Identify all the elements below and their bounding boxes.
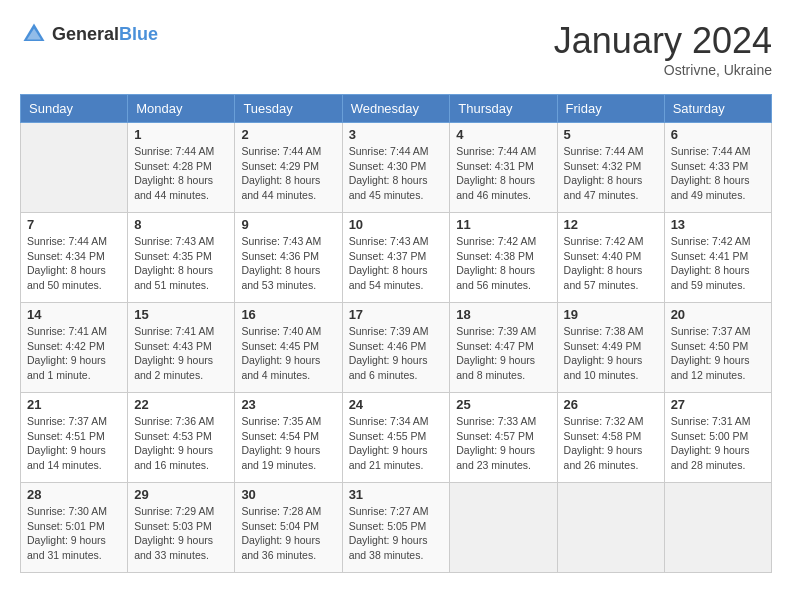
day-number: 2 — [241, 127, 335, 142]
day-info: Sunrise: 7:43 AMSunset: 4:37 PMDaylight:… — [349, 234, 444, 293]
day-info: Sunrise: 7:34 AMSunset: 4:55 PMDaylight:… — [349, 414, 444, 473]
day-number: 7 — [27, 217, 121, 232]
table-row: 14Sunrise: 7:41 AMSunset: 4:42 PMDayligh… — [21, 303, 128, 393]
day-number: 21 — [27, 397, 121, 412]
day-number: 16 — [241, 307, 335, 322]
calendar-table: Sunday Monday Tuesday Wednesday Thursday… — [20, 94, 772, 573]
header-wednesday: Wednesday — [342, 95, 450, 123]
day-info: Sunrise: 7:35 AMSunset: 4:54 PMDaylight:… — [241, 414, 335, 473]
day-info: Sunrise: 7:31 AMSunset: 5:00 PMDaylight:… — [671, 414, 765, 473]
day-info: Sunrise: 7:43 AMSunset: 4:35 PMDaylight:… — [134, 234, 228, 293]
day-number: 24 — [349, 397, 444, 412]
day-info: Sunrise: 7:39 AMSunset: 4:46 PMDaylight:… — [349, 324, 444, 383]
header-friday: Friday — [557, 95, 664, 123]
table-row: 5Sunrise: 7:44 AMSunset: 4:32 PMDaylight… — [557, 123, 664, 213]
day-number: 15 — [134, 307, 228, 322]
day-number: 31 — [349, 487, 444, 502]
day-number: 18 — [456, 307, 550, 322]
day-number: 11 — [456, 217, 550, 232]
day-number: 8 — [134, 217, 228, 232]
day-info: Sunrise: 7:44 AMSunset: 4:34 PMDaylight:… — [27, 234, 121, 293]
calendar-week-row: 1Sunrise: 7:44 AMSunset: 4:28 PMDaylight… — [21, 123, 772, 213]
header-monday: Monday — [128, 95, 235, 123]
table-row: 31Sunrise: 7:27 AMSunset: 5:05 PMDayligh… — [342, 483, 450, 573]
day-info: Sunrise: 7:42 AMSunset: 4:40 PMDaylight:… — [564, 234, 658, 293]
table-row — [557, 483, 664, 573]
weekday-header-row: Sunday Monday Tuesday Wednesday Thursday… — [21, 95, 772, 123]
day-info: Sunrise: 7:42 AMSunset: 4:41 PMDaylight:… — [671, 234, 765, 293]
table-row — [664, 483, 771, 573]
table-row: 24Sunrise: 7:34 AMSunset: 4:55 PMDayligh… — [342, 393, 450, 483]
table-row: 22Sunrise: 7:36 AMSunset: 4:53 PMDayligh… — [128, 393, 235, 483]
table-row: 15Sunrise: 7:41 AMSunset: 4:43 PMDayligh… — [128, 303, 235, 393]
day-info: Sunrise: 7:36 AMSunset: 4:53 PMDaylight:… — [134, 414, 228, 473]
table-row: 12Sunrise: 7:42 AMSunset: 4:40 PMDayligh… — [557, 213, 664, 303]
table-row: 16Sunrise: 7:40 AMSunset: 4:45 PMDayligh… — [235, 303, 342, 393]
day-info: Sunrise: 7:38 AMSunset: 4:49 PMDaylight:… — [564, 324, 658, 383]
table-row: 2Sunrise: 7:44 AMSunset: 4:29 PMDaylight… — [235, 123, 342, 213]
logo: GeneralBlue — [20, 20, 158, 48]
day-number: 26 — [564, 397, 658, 412]
calendar-week-row: 7Sunrise: 7:44 AMSunset: 4:34 PMDaylight… — [21, 213, 772, 303]
day-number: 25 — [456, 397, 550, 412]
day-number: 3 — [349, 127, 444, 142]
table-row: 4Sunrise: 7:44 AMSunset: 4:31 PMDaylight… — [450, 123, 557, 213]
table-row: 3Sunrise: 7:44 AMSunset: 4:30 PMDaylight… — [342, 123, 450, 213]
table-row: 28Sunrise: 7:30 AMSunset: 5:01 PMDayligh… — [21, 483, 128, 573]
table-row: 25Sunrise: 7:33 AMSunset: 4:57 PMDayligh… — [450, 393, 557, 483]
table-row: 21Sunrise: 7:37 AMSunset: 4:51 PMDayligh… — [21, 393, 128, 483]
table-row: 13Sunrise: 7:42 AMSunset: 4:41 PMDayligh… — [664, 213, 771, 303]
day-number: 17 — [349, 307, 444, 322]
calendar-week-row: 28Sunrise: 7:30 AMSunset: 5:01 PMDayligh… — [21, 483, 772, 573]
day-info: Sunrise: 7:33 AMSunset: 4:57 PMDaylight:… — [456, 414, 550, 473]
table-row: 29Sunrise: 7:29 AMSunset: 5:03 PMDayligh… — [128, 483, 235, 573]
day-number: 13 — [671, 217, 765, 232]
day-info: Sunrise: 7:27 AMSunset: 5:05 PMDaylight:… — [349, 504, 444, 563]
table-row: 23Sunrise: 7:35 AMSunset: 4:54 PMDayligh… — [235, 393, 342, 483]
day-info: Sunrise: 7:44 AMSunset: 4:29 PMDaylight:… — [241, 144, 335, 203]
header-sunday: Sunday — [21, 95, 128, 123]
title-block: January 2024 Ostrivne, Ukraine — [554, 20, 772, 78]
table-row: 18Sunrise: 7:39 AMSunset: 4:47 PMDayligh… — [450, 303, 557, 393]
day-number: 4 — [456, 127, 550, 142]
table-row — [21, 123, 128, 213]
logo-text-general: General — [52, 24, 119, 44]
day-number: 1 — [134, 127, 228, 142]
day-number: 27 — [671, 397, 765, 412]
header-thursday: Thursday — [450, 95, 557, 123]
header-tuesday: Tuesday — [235, 95, 342, 123]
table-row: 10Sunrise: 7:43 AMSunset: 4:37 PMDayligh… — [342, 213, 450, 303]
day-info: Sunrise: 7:42 AMSunset: 4:38 PMDaylight:… — [456, 234, 550, 293]
day-info: Sunrise: 7:44 AMSunset: 4:28 PMDaylight:… — [134, 144, 228, 203]
table-row: 11Sunrise: 7:42 AMSunset: 4:38 PMDayligh… — [450, 213, 557, 303]
day-info: Sunrise: 7:30 AMSunset: 5:01 PMDaylight:… — [27, 504, 121, 563]
table-row: 30Sunrise: 7:28 AMSunset: 5:04 PMDayligh… — [235, 483, 342, 573]
day-info: Sunrise: 7:43 AMSunset: 4:36 PMDaylight:… — [241, 234, 335, 293]
day-number: 12 — [564, 217, 658, 232]
day-info: Sunrise: 7:40 AMSunset: 4:45 PMDaylight:… — [241, 324, 335, 383]
calendar-week-row: 21Sunrise: 7:37 AMSunset: 4:51 PMDayligh… — [21, 393, 772, 483]
day-number: 19 — [564, 307, 658, 322]
day-info: Sunrise: 7:28 AMSunset: 5:04 PMDaylight:… — [241, 504, 335, 563]
day-number: 23 — [241, 397, 335, 412]
day-number: 29 — [134, 487, 228, 502]
day-number: 28 — [27, 487, 121, 502]
table-row: 1Sunrise: 7:44 AMSunset: 4:28 PMDaylight… — [128, 123, 235, 213]
table-row: 9Sunrise: 7:43 AMSunset: 4:36 PMDaylight… — [235, 213, 342, 303]
table-row: 8Sunrise: 7:43 AMSunset: 4:35 PMDaylight… — [128, 213, 235, 303]
logo-icon — [20, 20, 48, 48]
table-row: 17Sunrise: 7:39 AMSunset: 4:46 PMDayligh… — [342, 303, 450, 393]
day-info: Sunrise: 7:44 AMSunset: 4:32 PMDaylight:… — [564, 144, 658, 203]
table-row: 6Sunrise: 7:44 AMSunset: 4:33 PMDaylight… — [664, 123, 771, 213]
day-number: 20 — [671, 307, 765, 322]
calendar-week-row: 14Sunrise: 7:41 AMSunset: 4:42 PMDayligh… — [21, 303, 772, 393]
day-info: Sunrise: 7:37 AMSunset: 4:51 PMDaylight:… — [27, 414, 121, 473]
day-number: 30 — [241, 487, 335, 502]
day-number: 9 — [241, 217, 335, 232]
table-row: 26Sunrise: 7:32 AMSunset: 4:58 PMDayligh… — [557, 393, 664, 483]
day-info: Sunrise: 7:44 AMSunset: 4:33 PMDaylight:… — [671, 144, 765, 203]
day-info: Sunrise: 7:37 AMSunset: 4:50 PMDaylight:… — [671, 324, 765, 383]
table-row — [450, 483, 557, 573]
table-row: 20Sunrise: 7:37 AMSunset: 4:50 PMDayligh… — [664, 303, 771, 393]
day-info: Sunrise: 7:41 AMSunset: 4:43 PMDaylight:… — [134, 324, 228, 383]
